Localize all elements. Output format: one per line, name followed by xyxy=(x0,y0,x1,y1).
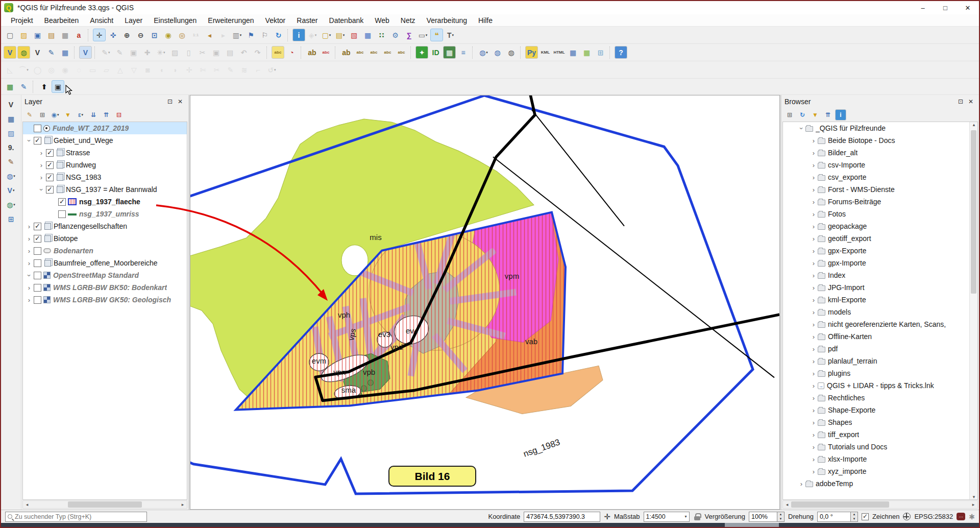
help-icon[interactable]: ? xyxy=(615,46,627,59)
menu-netz[interactable]: Netz xyxy=(395,15,421,26)
add-selected-layers-icon[interactable]: ⊞ xyxy=(784,109,795,121)
new-map-view-icon[interactable]: ▥▾ xyxy=(231,29,243,41)
move-label-icon[interactable]: abc xyxy=(368,46,380,59)
expander-icon[interactable]: › xyxy=(810,357,818,365)
pin-labels-icon[interactable]: ab xyxy=(306,46,318,59)
map-canvas[interactable]: misvphvpsev3ev4vpdevmvpnvpbsmavpmvabnsg_… xyxy=(190,95,780,510)
coordinate-input[interactable] xyxy=(524,512,600,522)
visibility-checkbox[interactable] xyxy=(34,284,41,292)
new-project-icon[interactable]: ▢ xyxy=(4,29,16,41)
new-shapefile-layer-icon[interactable]: V xyxy=(31,46,44,59)
scroll-right-icon[interactable]: ▸ xyxy=(969,502,977,507)
visibility-checkbox[interactable] xyxy=(34,247,41,255)
browser-item-xyz-importe[interactable]: ›xyz_importe xyxy=(783,465,977,477)
menu-bearbeiten[interactable]: Bearbeiten xyxy=(39,15,85,26)
browser-item-csv-exporte[interactable]: ›csv_exporte xyxy=(783,171,977,183)
refresh-map-icon[interactable]: ↻ xyxy=(272,29,285,41)
remove-layer-icon[interactable]: ⊟ xyxy=(113,109,125,121)
layout-manager-icon[interactable]: ▦ xyxy=(59,29,71,41)
layer-diagram-options-icon[interactable]: ◔ xyxy=(285,46,298,59)
expand-all-icon[interactable]: ⇊ xyxy=(88,109,99,121)
new-virtual-layer-icon[interactable]: ▦ xyxy=(59,46,71,59)
browser-item-adobetemp[interactable]: ›adobeTemp xyxy=(783,477,977,490)
expander-icon[interactable]: › xyxy=(810,272,818,279)
browser-item-gpx-importe[interactable]: ›gpx-Importe xyxy=(783,257,977,269)
visibility-checkbox[interactable] xyxy=(34,125,41,132)
collapse-all-icon[interactable]: ⇈ xyxy=(101,109,112,121)
show-hide-labels-icon[interactable]: abc xyxy=(354,46,366,59)
layer-item-bodenarten[interactable]: ›Bodenarten xyxy=(23,245,187,257)
browser-item-nicht-georeferenzierte-karten-scans[interactable]: ›nicht georeferenzierte Karten, Scans, xyxy=(783,318,977,330)
expander-icon[interactable]: › xyxy=(810,345,818,353)
browser-item-pdf[interactable]: ›pdf xyxy=(783,343,977,355)
pan-to-selection-icon[interactable]: ✜ xyxy=(107,29,119,41)
globe-catalog-tool-icon[interactable]: ◍▾ xyxy=(5,198,17,211)
raster-grid-tool-icon[interactable]: ▦ xyxy=(5,112,17,125)
zoom-last-icon[interactable]: ◂ xyxy=(203,29,216,41)
manage-map-themes-icon[interactable]: ◉▾ xyxy=(50,109,61,121)
browser-item-xlsx-importe[interactable]: ›xlsx-Importe xyxy=(783,453,977,465)
browser-item-forums-beitr-ge[interactable]: ›Forums-Beiträge xyxy=(783,196,977,208)
metasearch-catalog-icon[interactable]: ◍▾ xyxy=(477,46,490,59)
select-features-by-value-icon[interactable]: ▤▾ xyxy=(334,29,347,41)
georeferencer-plugin-icon[interactable]: ▦ xyxy=(4,80,16,93)
expander-icon[interactable]: › xyxy=(38,185,45,194)
expander-icon[interactable]: › xyxy=(797,480,805,488)
browser-item-fotos[interactable]: ›Fotos xyxy=(783,208,977,220)
change-label-icon[interactable]: abc xyxy=(395,46,408,59)
expander-icon[interactable]: › xyxy=(810,468,818,475)
menu-ansicht[interactable]: Ansicht xyxy=(84,15,119,26)
layer-panel-hscrollbar[interactable]: ◂ ▸ xyxy=(22,500,187,509)
rotation-spinner[interactable]: ▲▼ xyxy=(851,512,858,522)
expander-icon[interactable]: › xyxy=(810,419,818,426)
layer-item-strasse[interactable]: ›Strasse xyxy=(23,147,187,159)
visibility-checkbox[interactable] xyxy=(34,259,41,267)
zoom-to-layer-icon[interactable]: ◎ xyxy=(176,29,188,41)
magnifier-input[interactable] xyxy=(749,512,777,522)
layer-labeling-options-icon[interactable]: abc xyxy=(272,46,284,59)
scroll-right-icon[interactable]: ▸ xyxy=(179,502,187,507)
layer-item-funde-wt-2017-2019[interactable]: Funde_WT_2017_2019 xyxy=(23,122,187,134)
expander-icon[interactable]: › xyxy=(810,259,818,267)
refresh-browser-icon[interactable]: ↻ xyxy=(797,109,808,121)
layer-item-pflanzengesellschaften[interactable]: ›Pflanzengesellschaften xyxy=(23,220,187,232)
search-input[interactable] xyxy=(15,513,144,520)
minimize-button[interactable]: – xyxy=(912,1,934,14)
crs-globe-icon[interactable] xyxy=(903,513,911,520)
visibility-checkbox[interactable] xyxy=(34,235,41,243)
save-map-as-image-icon[interactable]: ▣ xyxy=(52,80,64,93)
measure-line-icon[interactable]: ▭▾ xyxy=(416,29,429,41)
visibility-checkbox[interactable] xyxy=(46,186,54,194)
open-layer-styling-panel-icon[interactable]: ✎ xyxy=(24,109,35,121)
expander-icon[interactable]: › xyxy=(810,161,818,169)
pin-unpin-labels-icon[interactable]: ab xyxy=(340,46,353,59)
menu-vektor[interactable]: Vektor xyxy=(260,15,291,26)
browser-item-shapes[interactable]: ›Shapes xyxy=(783,416,977,428)
expander-icon[interactable]: › xyxy=(26,271,33,279)
web-search-icon[interactable]: ◍ xyxy=(491,46,504,59)
menu-projekt[interactable]: Projekt xyxy=(5,15,39,26)
expander-icon[interactable]: › xyxy=(25,296,33,304)
open-attribute-table-icon[interactable]: ▦ xyxy=(361,29,374,41)
vector-select-tool-icon[interactable]: V▾ xyxy=(5,184,17,197)
expander-icon[interactable]: › xyxy=(810,296,818,304)
expander-icon[interactable]: › xyxy=(810,284,818,292)
scroll-left-icon[interactable]: ◂ xyxy=(23,502,31,507)
tile-layer-plugin-icon[interactable]: ▦ xyxy=(567,46,579,59)
menu-hilfe[interactable]: Hilfe xyxy=(473,15,498,26)
expander-icon[interactable]: › xyxy=(810,370,818,377)
pan-map-icon[interactable]: ✛ xyxy=(93,29,106,41)
filter-browser-icon[interactable]: ▼ xyxy=(810,109,821,121)
visibility-checkbox[interactable] xyxy=(58,210,66,218)
browser-panel-close-icon[interactable]: ✕ xyxy=(966,98,976,105)
add-vector-layer-icon[interactable]: V xyxy=(4,46,16,59)
layer-item-nsg-1983[interactable]: ›NSG_1983 xyxy=(23,171,187,183)
expander-icon[interactable]: › xyxy=(25,284,33,292)
render-checkbox[interactable] xyxy=(862,513,869,520)
expander-icon[interactable]: › xyxy=(810,198,818,206)
expander-icon[interactable]: › xyxy=(37,174,45,181)
browser-item-geopackage[interactable]: ›geopackage xyxy=(783,220,977,232)
layer-item-openstreetmap-standard[interactable]: ›OpenStreetMap Standard xyxy=(23,269,187,281)
kml-tools-icon[interactable]: KML xyxy=(539,46,552,59)
mouse-extent-icon[interactable]: ✛ xyxy=(604,512,610,521)
